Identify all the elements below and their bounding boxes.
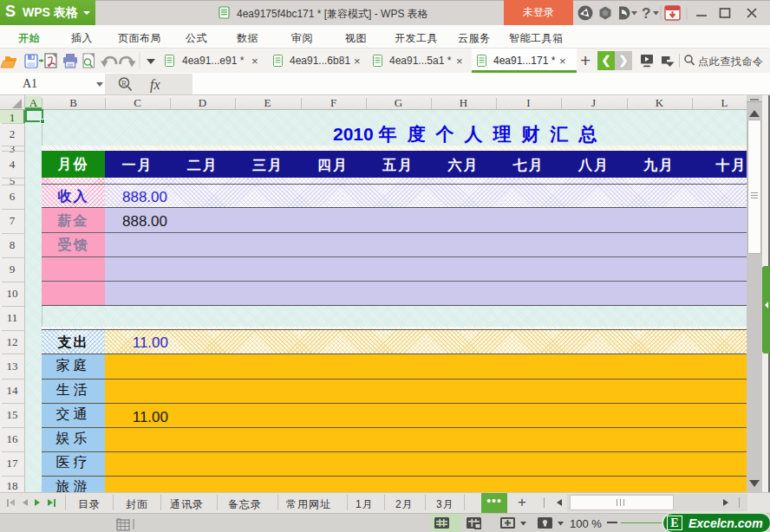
svg-text:fx: fx: [150, 77, 160, 93]
svg-text:R: R: [121, 79, 127, 88]
svg-text:?: ?: [642, 5, 650, 22]
